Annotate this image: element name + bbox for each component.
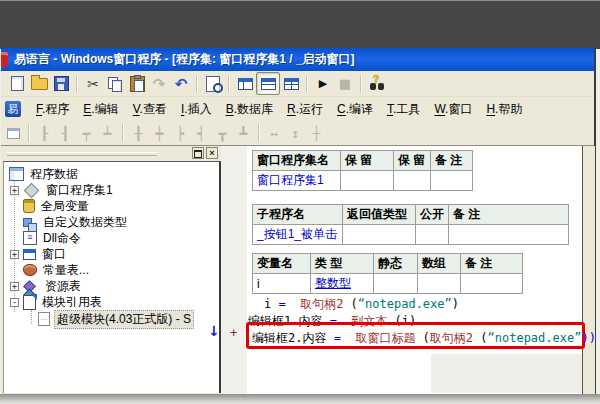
cell[interactable]: [341, 171, 394, 191]
variable-name-cell[interactable]: i: [253, 274, 311, 294]
tree-item-resources[interactable]: + 资源表: [4, 278, 221, 294]
code-token: 取窗口标题: [355, 331, 415, 345]
variable-table: 变量名 类 型 静态 数组 备 注 i 整数型: [252, 253, 523, 294]
save-button[interactable]: [50, 73, 72, 94]
tree-item-super-module[interactable]: … 超级模块(4.03正式版) - S: [4, 311, 221, 327]
expand-icon[interactable]: +: [10, 282, 19, 291]
cell[interactable]: [416, 225, 449, 245]
menu-tools[interactable]: T.工具: [380, 98, 427, 121]
undo-button[interactable]: ↶: [170, 73, 192, 94]
code-editor[interactable]: 窗口程序集名 保 留 保 留 备 注 窗口程序集1: [221, 146, 582, 394]
space-right-icon: ┥: [198, 126, 206, 141]
menu-database[interactable]: B.数据库: [219, 98, 280, 121]
menu-help[interactable]: H.帮助: [479, 98, 529, 121]
print-preview-button[interactable]: [202, 73, 224, 94]
space-bottom-button[interactable]: ┻: [233, 124, 254, 143]
menu-compile[interactable]: C.编译: [330, 98, 380, 121]
new-file-button[interactable]: [6, 73, 28, 94]
save-icon: [54, 76, 69, 91]
tree-item-global-vars[interactable]: 全局变量: [4, 198, 221, 214]
title-bar: 易语言 - Windows窗口程序 - [程序集: 窗口程序集1 / _启动窗口…: [1, 48, 594, 71]
space-top-button[interactable]: ┳: [212, 124, 233, 143]
form-window-button[interactable]: [3, 124, 24, 143]
paste-button[interactable]: [126, 73, 148, 94]
align-left-button[interactable]: ┠: [34, 124, 55, 143]
col-header: 变量名: [253, 254, 311, 274]
cell[interactable]: [343, 225, 416, 245]
same-size-icon: ┼: [313, 126, 321, 141]
same-height-icon: ↕: [292, 126, 300, 141]
panel-grip-handle[interactable]: [7, 152, 157, 156]
open-file-button[interactable]: [28, 73, 50, 94]
align-right-icon: ┨: [62, 126, 70, 141]
run-button[interactable]: ▶: [312, 73, 334, 94]
stop-button[interactable]: ■: [334, 73, 356, 94]
cell[interactable]: [418, 274, 461, 294]
type-link[interactable]: 整数型: [315, 276, 351, 290]
menu-window[interactable]: W.窗口: [427, 98, 479, 121]
menu-insert[interactable]: I.插入: [174, 98, 219, 121]
window-layout-3-button[interactable]: [280, 73, 302, 94]
variable-type-cell[interactable]: 整数型: [311, 274, 374, 294]
cut-icon: ✂: [87, 76, 99, 92]
redo-button[interactable]: ↷: [148, 73, 170, 94]
window-layout-2-button[interactable]: [256, 72, 280, 95]
top-dark-band: [0, 0, 600, 49]
current-line-arrow-icon: ↓: [208, 323, 220, 339]
program-data-panel: × 程序数据 + 窗口程序集1 全局变量: [3, 147, 221, 393]
cut-button[interactable]: ✂: [82, 73, 104, 94]
panel-float-button[interactable]: [192, 147, 204, 159]
table-row: 窗口程序集1: [253, 171, 473, 191]
code-token: i: [264, 297, 278, 311]
menu-edit[interactable]: E.编辑: [76, 98, 125, 121]
code-line-1[interactable]: i = 取句柄2 (“notepad.exe”): [264, 296, 459, 312]
menu-bar: 易 F.程序 E.编辑 V.查看 I.插入 B.数据库 R.运行 C.编译 T.…: [1, 97, 594, 121]
tree-item-dll-commands[interactable]: ≡ Dll命令: [4, 230, 221, 246]
space-left-button[interactable]: ┝: [170, 124, 191, 143]
window-title: 易语言 - Windows窗口程序 - [程序集: 窗口程序集1 / _启动窗口…: [14, 51, 355, 68]
cell[interactable]: [394, 171, 431, 191]
col-header: 类 型: [311, 254, 374, 274]
tree-item-custom-types[interactable]: 自定义数据类型: [4, 214, 221, 230]
copy-button[interactable]: [104, 73, 126, 94]
menu-view[interactable]: V.查看: [126, 98, 174, 121]
menu-program[interactable]: F.程序: [29, 98, 76, 121]
binoculars-help-icon: ?: [369, 78, 385, 90]
same-size-button[interactable]: ┼: [306, 124, 327, 143]
align-top-button[interactable]: ┯: [76, 124, 97, 143]
code-line-3-highlighted[interactable]: 编辑框2.内容 = 取窗口标题 (取句柄2 (“notepad.exe”)): [252, 330, 596, 346]
editor-right-margin: [582, 146, 595, 394]
assembly-name-cell[interactable]: 窗口程序集1: [253, 171, 341, 191]
tree-item-window-assembly[interactable]: + 窗口程序集1: [4, 182, 221, 198]
same-height-button[interactable]: ↕: [285, 124, 306, 143]
window-layout-1-button[interactable]: [234, 73, 256, 94]
find-in-help-button[interactable]: ?: [366, 73, 388, 94]
tree-item-constants[interactable]: 常量表...: [4, 262, 221, 278]
align-right-button[interactable]: ┨: [55, 124, 76, 143]
table-row: i 整数型: [253, 274, 523, 294]
window-layout-3-icon: [284, 78, 299, 90]
menu-run[interactable]: R.运行: [280, 98, 330, 121]
center-horizontal-button[interactable]: ╂: [128, 124, 149, 143]
cell[interactable]: [461, 274, 523, 294]
code-token: 取句柄2: [300, 297, 343, 311]
center-vertical-button[interactable]: ┿: [149, 124, 170, 143]
space-right-button[interactable]: ┥: [191, 124, 212, 143]
expand-icon[interactable]: +: [10, 186, 19, 195]
subroutine-name-cell[interactable]: _按钮1_被单击: [253, 225, 343, 245]
same-width-button[interactable]: ↔: [264, 124, 285, 143]
redo-icon: ↷: [153, 75, 166, 93]
tree-item-module-refs[interactable]: - 模块引用表: [4, 294, 221, 310]
toolbar-separator: [228, 75, 230, 93]
align-bottom-button[interactable]: ┷: [97, 124, 118, 143]
program-data-icon: [9, 167, 24, 181]
tree-item-windows[interactable]: + 窗口: [4, 246, 221, 262]
toolbar-separator: [258, 124, 260, 142]
tree-item-program-data[interactable]: 程序数据: [4, 166, 221, 182]
collapse-icon[interactable]: -: [10, 298, 19, 307]
expand-icon[interactable]: +: [10, 250, 19, 259]
cell[interactable]: [374, 274, 418, 294]
cell[interactable]: [449, 225, 569, 245]
panel-close-button[interactable]: ×: [206, 147, 218, 159]
cell[interactable]: [431, 171, 473, 191]
